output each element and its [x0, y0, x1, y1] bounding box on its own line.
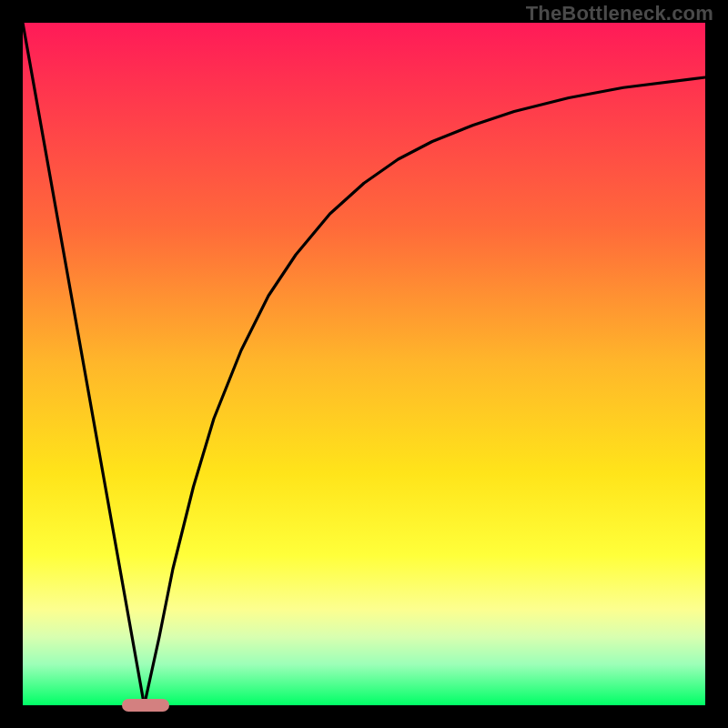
curve-left-segment	[23, 23, 145, 705]
watermark-text: TheBottleneck.com	[526, 2, 713, 25]
chart-frame: TheBottleneck.com	[0, 0, 728, 728]
bottleneck-marker	[122, 699, 170, 712]
bottleneck-curve	[23, 23, 705, 705]
plot-area	[23, 23, 705, 705]
curve-right-segment	[145, 77, 706, 705]
